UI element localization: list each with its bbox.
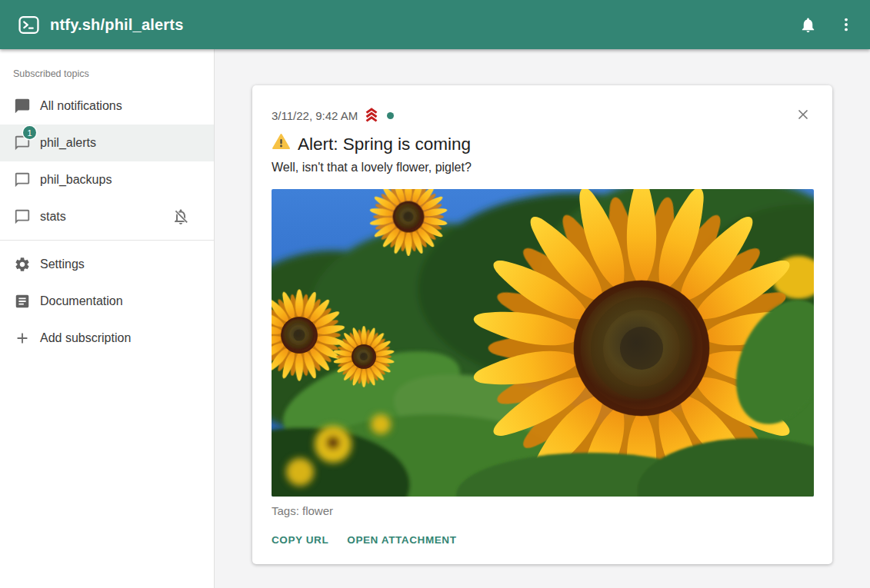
sidebar-item-add-subscription[interactable]: Add subscription (0, 320, 214, 357)
plus-icon (13, 329, 32, 347)
app-root: ntfy.sh/phil_alerts Subscribed topics (0, 0, 870, 588)
max-priority-icon (363, 106, 380, 125)
notification-body: Well, isn't that a lovely flower, piglet… (272, 161, 814, 174)
notifications-muted-icon (172, 208, 190, 226)
copy-url-button[interactable]: COPY URL (272, 534, 328, 546)
main-content: 3/11/22, 9:42 AM (215, 49, 870, 588)
notification-tags: Tags: flower (272, 504, 814, 517)
chat-bubble-outline-icon (13, 208, 32, 226)
sidebar-item-label: phil_backups (40, 173, 112, 187)
app-bar: ntfy.sh/phil_alerts (0, 0, 870, 49)
notification-actions: COPY URL OPEN ATTACHMENT (272, 534, 814, 546)
article-icon (13, 292, 32, 311)
sidebar-item-settings[interactable]: Settings (0, 246, 214, 283)
unread-dot (387, 112, 394, 119)
sidebar-divider (0, 240, 214, 241)
close-notification-button[interactable] (793, 105, 813, 125)
sidebar-item-documentation[interactable]: Documentation (0, 283, 214, 320)
notifications-bell-button[interactable] (792, 8, 824, 41)
open-attachment-button[interactable]: OPEN ATTACHMENT (347, 534, 456, 546)
sidebar-item-label: All notifications (40, 99, 122, 113)
notification-card: 3/11/22, 9:42 AM (252, 85, 832, 564)
sidebar-item-label: stats (40, 210, 66, 224)
overflow-menu-button[interactable] (830, 8, 862, 41)
terminal-logo-icon (18, 15, 39, 35)
warning-icon (272, 132, 291, 156)
sidebar-item-label: Documentation (40, 294, 123, 308)
sidebar-item-phil-alerts[interactable]: 1 phil_alerts (0, 125, 214, 161)
sidebar-item-label: phil_alerts (40, 136, 96, 150)
subscribed-topics-label: Subscribed topics (13, 68, 201, 79)
sidebar-item-stats[interactable]: stats (0, 198, 214, 235)
appbar-actions (792, 8, 862, 41)
sidebar-item-label: Settings (40, 257, 85, 271)
notification-meta: 3/11/22, 9:42 AM (272, 106, 814, 125)
app-title: ntfy.sh/phil_alerts (50, 16, 183, 34)
notification-title-row: Alert: Spring is coming (272, 132, 814, 156)
attachment-image[interactable] (272, 189, 814, 497)
unread-count-badge: 1 (23, 126, 36, 139)
sidebar: Subscribed topics All notifications 1 ph… (0, 49, 215, 588)
sidebar-item-label: Add subscription (40, 331, 131, 345)
sidebar-item-all-notifications[interactable]: All notifications (0, 88, 214, 125)
gear-icon (13, 255, 32, 274)
notification-timestamp: 3/11/22, 9:42 AM (272, 109, 358, 122)
chat-bubble-filled-icon (13, 97, 32, 115)
sunflower-photo-graphic (272, 189, 814, 497)
sidebar-item-phil-backups[interactable]: phil_backups (0, 161, 214, 198)
chat-bubble-outline-icon (13, 171, 32, 189)
notification-title: Alert: Spring is coming (298, 135, 471, 154)
